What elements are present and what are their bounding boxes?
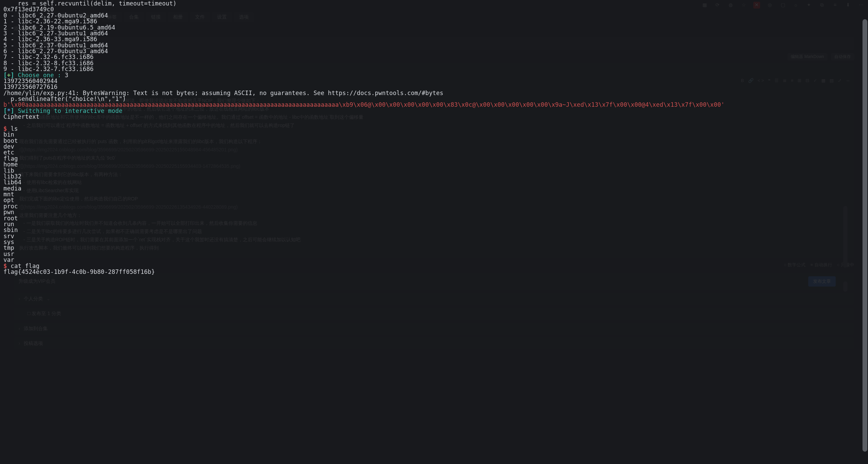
terminal-line: /home/ylin/exp.py:41: BytesWarning: Text… (3, 90, 865, 96)
terminal-line: run (3, 221, 865, 227)
terminal-line: 0x7f13ed3749c0 (3, 7, 865, 12)
terminal-line: flag{4524ec03-1b9f-4c0b-9b80-287ff058f16… (3, 269, 865, 275)
terminal-scrollbar[interactable] (862, 10, 867, 461)
terminal-line (3, 120, 865, 126)
terminal-line: 139723560402944 (3, 78, 865, 84)
terminal-line: tmp (3, 245, 865, 251)
terminal-line: var (3, 257, 865, 263)
terminal-line: 0 - libc6_2.27-0ubuntu2_amd64 (3, 13, 865, 19)
terminal-line: Ciphertext (3, 114, 865, 120)
terminal-line: 5 - libc6_2.37-0ubuntu1_amd64 (3, 43, 865, 48)
terminal-line: lib64 (3, 179, 865, 185)
terminal-line: 8 - libc-2.32-8.fc33.i686 (3, 60, 865, 66)
terminal-line: [*] Switching to interactive mode (3, 108, 865, 114)
terminal-line: lib32 (3, 174, 865, 179)
terminal-scroll-thumb[interactable] (863, 19, 867, 452)
terminal-line: opt (3, 197, 865, 203)
terminal-line: [+] Choose one : 3 (3, 72, 865, 78)
terminal-line: 9 - libc-2.32-7.fc33.i686 (3, 66, 865, 72)
terminal-line: $ ls (3, 126, 865, 132)
terminal-line: etc (3, 150, 865, 155)
terminal-overlay[interactable]: res = self.recvuntil(delim, timeout=time… (0, 0, 868, 464)
terminal-line: 4 - libc-2.36-33.mga9.i586 (3, 36, 865, 42)
terminal-line: b'\x00aaaaaaaaaaaaaaaaaaaaaaaaaaaaaaaaaa… (3, 102, 865, 108)
terminal-line: proc (3, 204, 865, 209)
terminal-line: pwn (3, 209, 865, 215)
terminal-line: 6 - libc6_2.27-0ubuntu3_amd64 (3, 48, 865, 54)
terminal-line: root (3, 216, 865, 221)
terminal-line: usr (3, 251, 865, 257)
terminal-line: flag (3, 156, 865, 162)
terminal-line: 2 - libc6_2.19-0ubuntu6.5_amd64 (3, 25, 865, 31)
terminal-line: srv (3, 233, 865, 239)
terminal-line: 7 - libc-2.32-6.fc33.i686 (3, 54, 865, 60)
terminal-line: res = self.recvuntil(delim, timeout=time… (3, 1, 865, 7)
terminal-line: sbin (3, 227, 865, 233)
terminal-line: bin (3, 132, 865, 138)
terminal-line: lib (3, 168, 865, 174)
terminal-line: 3 - libc6_2.27-3ubuntu1_amd64 (3, 31, 865, 36)
terminal-line: dev (3, 144, 865, 150)
terminal-line: boot (3, 138, 865, 144)
terminal-line: mnt (3, 192, 865, 197)
terminal-line: media (3, 186, 865, 192)
terminal-line: 1 - libc-2.36-22.mga9.i586 (3, 19, 865, 24)
terminal-line: sys (3, 239, 865, 245)
terminal-line: home (3, 162, 865, 167)
